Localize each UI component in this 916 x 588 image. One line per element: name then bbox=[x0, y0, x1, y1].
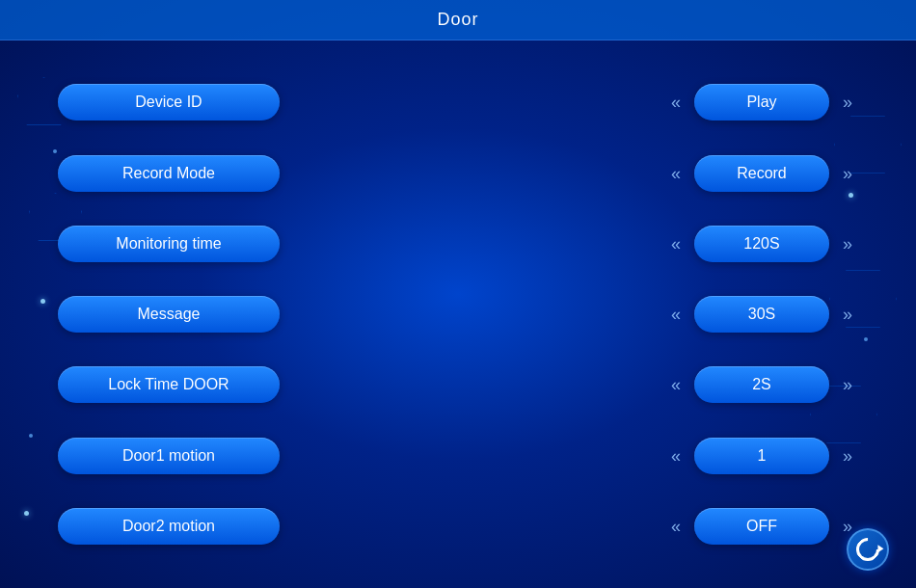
arrow-right-lock-time-door[interactable]: » bbox=[837, 372, 858, 397]
control-group-monitoring-time: « 120S » bbox=[665, 226, 858, 262]
arrow-left-device-id[interactable]: « bbox=[665, 90, 687, 115]
setting-row-lock-time-door: Lock Time DOOR « 2S » bbox=[58, 366, 858, 403]
label-btn-door2-motion[interactable]: Door2 motion bbox=[58, 508, 280, 545]
page-title: Door bbox=[437, 10, 478, 29]
value-btn-lock-time-door[interactable]: 2S bbox=[694, 366, 829, 403]
label-btn-device-id[interactable]: Device ID bbox=[58, 84, 280, 120]
refresh-button[interactable] bbox=[847, 528, 889, 571]
control-group-record-mode: « Record » bbox=[665, 155, 858, 192]
screen: Door Device ID « Play » Record Mode « Re… bbox=[0, 0, 916, 588]
arrow-right-door1-motion[interactable]: » bbox=[837, 443, 858, 468]
control-group-device-id: « Play » bbox=[665, 84, 858, 120]
control-group-door1-motion: « 1 » bbox=[665, 438, 858, 474]
arrow-left-monitoring-time[interactable]: « bbox=[665, 231, 687, 256]
label-btn-monitoring-time[interactable]: Monitoring time bbox=[58, 226, 280, 262]
setting-row-record-mode: Record Mode « Record » bbox=[58, 155, 858, 192]
setting-row-device-id: Device ID « Play » bbox=[58, 84, 858, 120]
refresh-icon bbox=[851, 533, 884, 566]
value-btn-door2-motion[interactable]: OFF bbox=[694, 508, 829, 545]
setting-row-door2-motion: Door2 motion « OFF » bbox=[58, 508, 858, 545]
setting-row-message: Message « 30S » bbox=[58, 296, 858, 333]
value-btn-door1-motion[interactable]: 1 bbox=[694, 438, 829, 474]
control-group-lock-time-door: « 2S » bbox=[665, 366, 858, 403]
arrow-right-monitoring-time[interactable]: » bbox=[837, 231, 858, 256]
main-content: Device ID « Play » Record Mode « Record … bbox=[0, 40, 916, 588]
title-bar: Door bbox=[0, 0, 916, 40]
value-btn-message[interactable]: 30S bbox=[694, 296, 829, 333]
label-btn-lock-time-door[interactable]: Lock Time DOOR bbox=[58, 366, 280, 403]
value-btn-device-id[interactable]: Play bbox=[694, 84, 829, 120]
label-btn-record-mode[interactable]: Record Mode bbox=[58, 155, 280, 192]
arrow-left-record-mode[interactable]: « bbox=[665, 161, 687, 186]
arrow-right-record-mode[interactable]: » bbox=[837, 161, 858, 186]
label-btn-message[interactable]: Message bbox=[58, 296, 280, 333]
arrow-right-message[interactable]: » bbox=[837, 302, 858, 327]
control-group-door2-motion: « OFF » bbox=[665, 508, 858, 545]
label-btn-door1-motion[interactable]: Door1 motion bbox=[58, 438, 280, 474]
setting-row-monitoring-time: Monitoring time « 120S » bbox=[58, 226, 858, 262]
setting-row-door1-motion: Door1 motion « 1 » bbox=[58, 438, 858, 474]
arrow-left-lock-time-door[interactable]: « bbox=[665, 372, 687, 397]
arrow-left-door1-motion[interactable]: « bbox=[665, 443, 687, 468]
value-btn-monitoring-time[interactable]: 120S bbox=[694, 226, 829, 262]
value-btn-record-mode[interactable]: Record bbox=[694, 155, 829, 192]
arrow-right-device-id[interactable]: » bbox=[837, 90, 858, 115]
control-group-message: « 30S » bbox=[665, 296, 858, 333]
arrow-left-door2-motion[interactable]: « bbox=[665, 514, 687, 539]
arrow-left-message[interactable]: « bbox=[665, 302, 687, 327]
